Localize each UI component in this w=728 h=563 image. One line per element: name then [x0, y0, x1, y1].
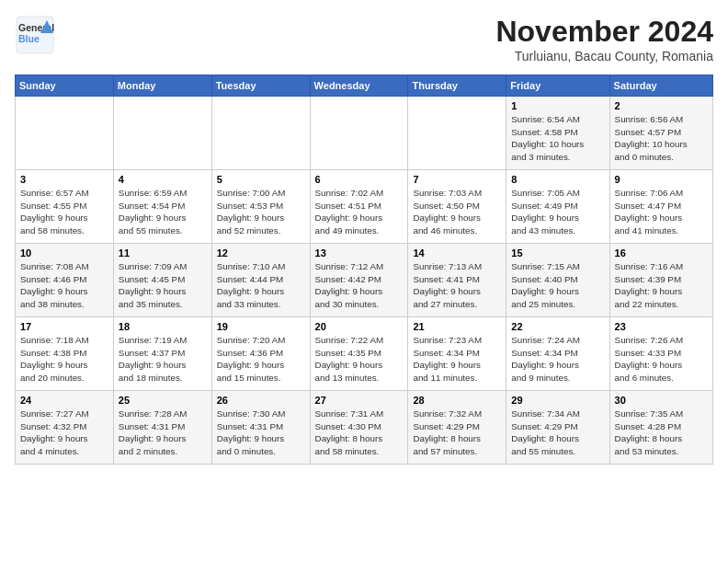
day-number: 28: [413, 395, 501, 406]
calendar-cell: 20Sunrise: 7:22 AM Sunset: 4:35 PM Dayli…: [310, 317, 408, 391]
day-number: 14: [413, 247, 501, 259]
day-number: 7: [413, 174, 501, 185]
calendar-cell: 22Sunrise: 7:24 AM Sunset: 4:34 PM Dayli…: [506, 317, 609, 391]
calendar-cell: 17Sunrise: 7:18 AM Sunset: 4:38 PM Dayli…: [16, 317, 114, 391]
day-number: 19: [217, 321, 305, 332]
day-info: Sunrise: 6:57 AM Sunset: 4:55 PM Dayligh…: [20, 187, 108, 237]
day-info: Sunrise: 7:30 AM Sunset: 4:31 PM Dayligh…: [217, 408, 305, 458]
week-row-3: 10Sunrise: 7:08 AM Sunset: 4:46 PM Dayli…: [16, 244, 713, 317]
calendar-cell: 28Sunrise: 7:32 AM Sunset: 4:29 PM Dayli…: [408, 391, 506, 465]
header-tuesday: Tuesday: [211, 75, 310, 97]
calendar-cell: 11Sunrise: 7:09 AM Sunset: 4:45 PM Dayli…: [113, 244, 211, 317]
calendar-table: SundayMondayTuesdayWednesdayThursdayFrid…: [15, 75, 713, 465]
calendar-cell: 10Sunrise: 7:08 AM Sunset: 4:46 PM Dayli…: [16, 244, 114, 317]
day-number: 15: [511, 247, 604, 259]
day-number: 17: [20, 321, 108, 332]
calendar-cell: 24Sunrise: 7:27 AM Sunset: 4:32 PM Dayli…: [16, 391, 114, 465]
day-number: 21: [413, 321, 501, 332]
day-info: Sunrise: 7:20 AM Sunset: 4:36 PM Dayligh…: [217, 334, 305, 385]
day-info: Sunrise: 7:24 AM Sunset: 4:34 PM Dayligh…: [511, 334, 604, 385]
day-number: 16: [615, 247, 708, 259]
calendar-cell: 29Sunrise: 7:34 AM Sunset: 4:29 PM Dayli…: [506, 391, 609, 465]
day-info: Sunrise: 7:15 AM Sunset: 4:40 PM Dayligh…: [511, 260, 604, 311]
header: General Blue November 2024 Turluianu, Ba…: [15, 15, 713, 63]
header-friday: Friday: [506, 75, 609, 97]
day-info: Sunrise: 7:34 AM Sunset: 4:29 PM Dayligh…: [511, 408, 604, 458]
day-number: 1: [511, 100, 604, 111]
day-info: Sunrise: 7:19 AM Sunset: 4:37 PM Dayligh…: [119, 334, 207, 385]
day-info: Sunrise: 7:00 AM Sunset: 4:53 PM Dayligh…: [217, 187, 305, 237]
calendar-cell: 14Sunrise: 7:13 AM Sunset: 4:41 PM Dayli…: [408, 244, 506, 317]
day-info: Sunrise: 7:31 AM Sunset: 4:30 PM Dayligh…: [315, 408, 404, 458]
calendar-cell: 27Sunrise: 7:31 AM Sunset: 4:30 PM Dayli…: [310, 391, 408, 465]
calendar-cell: [113, 97, 211, 170]
day-info: Sunrise: 7:06 AM Sunset: 4:47 PM Dayligh…: [615, 187, 708, 237]
day-info: Sunrise: 7:02 AM Sunset: 4:51 PM Dayligh…: [315, 187, 404, 237]
calendar-cell: 8Sunrise: 7:05 AM Sunset: 4:49 PM Daylig…: [506, 170, 609, 244]
calendar-cell: 2Sunrise: 6:56 AM Sunset: 4:57 PM Daylig…: [609, 97, 712, 170]
day-number: 2: [615, 100, 708, 111]
calendar-cell: 13Sunrise: 7:12 AM Sunset: 4:42 PM Dayli…: [310, 244, 408, 317]
day-info: Sunrise: 7:05 AM Sunset: 4:49 PM Dayligh…: [511, 187, 604, 237]
day-info: Sunrise: 7:12 AM Sunset: 4:42 PM Dayligh…: [315, 260, 404, 311]
day-number: 13: [315, 247, 404, 259]
day-info: Sunrise: 7:32 AM Sunset: 4:29 PM Dayligh…: [413, 408, 501, 458]
header-sunday: Sunday: [16, 75, 114, 97]
day-info: Sunrise: 7:28 AM Sunset: 4:31 PM Dayligh…: [119, 408, 207, 458]
day-number: 26: [217, 395, 305, 406]
calendar-cell: 4Sunrise: 6:59 AM Sunset: 4:54 PM Daylig…: [113, 170, 211, 244]
day-number: 30: [615, 395, 708, 406]
header-thursday: Thursday: [408, 75, 506, 97]
calendar-header-row: SundayMondayTuesdayWednesdayThursdayFrid…: [16, 75, 713, 97]
calendar-body: 1Sunrise: 6:54 AM Sunset: 4:58 PM Daylig…: [16, 97, 713, 465]
calendar-cell: 12Sunrise: 7:10 AM Sunset: 4:44 PM Dayli…: [211, 244, 310, 317]
title-area: November 2024 Turluianu, Bacau County, R…: [495, 15, 713, 63]
calendar-cell: 9Sunrise: 7:06 AM Sunset: 4:47 PM Daylig…: [609, 170, 712, 244]
day-number: 8: [511, 174, 604, 185]
day-number: 5: [217, 174, 305, 185]
week-row-5: 24Sunrise: 7:27 AM Sunset: 4:32 PM Dayli…: [16, 391, 713, 465]
day-number: 9: [615, 174, 708, 185]
day-info: Sunrise: 6:59 AM Sunset: 4:54 PM Dayligh…: [119, 187, 207, 237]
calendar-cell: [211, 97, 310, 170]
month-title: November 2024: [495, 15, 713, 49]
day-number: 18: [119, 321, 207, 332]
day-number: 11: [119, 247, 207, 259]
calendar-cell: 26Sunrise: 7:30 AM Sunset: 4:31 PM Dayli…: [211, 391, 310, 465]
calendar-cell: 15Sunrise: 7:15 AM Sunset: 4:40 PM Dayli…: [506, 244, 609, 317]
day-info: Sunrise: 7:27 AM Sunset: 4:32 PM Dayligh…: [20, 408, 108, 458]
svg-text:Blue: Blue: [18, 33, 40, 44]
day-info: Sunrise: 7:16 AM Sunset: 4:39 PM Dayligh…: [615, 260, 708, 311]
calendar-cell: 1Sunrise: 6:54 AM Sunset: 4:58 PM Daylig…: [506, 97, 609, 170]
week-row-2: 3Sunrise: 6:57 AM Sunset: 4:55 PM Daylig…: [16, 170, 713, 244]
header-monday: Monday: [113, 75, 211, 97]
week-row-4: 17Sunrise: 7:18 AM Sunset: 4:38 PM Dayli…: [16, 317, 713, 391]
calendar-cell: [408, 97, 506, 170]
day-info: Sunrise: 7:26 AM Sunset: 4:33 PM Dayligh…: [615, 334, 708, 385]
logo-svg: General Blue: [15, 15, 55, 55]
calendar-cell: 7Sunrise: 7:03 AM Sunset: 4:50 PM Daylig…: [408, 170, 506, 244]
day-number: 20: [315, 321, 404, 332]
header-wednesday: Wednesday: [310, 75, 408, 97]
week-row-1: 1Sunrise: 6:54 AM Sunset: 4:58 PM Daylig…: [16, 97, 713, 170]
day-number: 25: [119, 395, 207, 406]
day-number: 4: [119, 174, 207, 185]
day-number: 27: [315, 395, 404, 406]
calendar-cell: [310, 97, 408, 170]
day-info: Sunrise: 7:10 AM Sunset: 4:44 PM Dayligh…: [217, 260, 305, 311]
calendar-cell: [16, 97, 114, 170]
day-number: 24: [20, 395, 108, 406]
day-info: Sunrise: 7:35 AM Sunset: 4:28 PM Dayligh…: [615, 408, 708, 458]
day-info: Sunrise: 7:22 AM Sunset: 4:35 PM Dayligh…: [315, 334, 404, 385]
day-number: 6: [315, 174, 404, 185]
calendar-cell: 30Sunrise: 7:35 AM Sunset: 4:28 PM Dayli…: [609, 391, 712, 465]
calendar-cell: 25Sunrise: 7:28 AM Sunset: 4:31 PM Dayli…: [113, 391, 211, 465]
calendar-cell: 21Sunrise: 7:23 AM Sunset: 4:34 PM Dayli…: [408, 317, 506, 391]
calendar-cell: 18Sunrise: 7:19 AM Sunset: 4:37 PM Dayli…: [113, 317, 211, 391]
day-info: Sunrise: 6:54 AM Sunset: 4:58 PM Dayligh…: [511, 113, 604, 164]
logo: General Blue: [15, 15, 55, 55]
calendar-cell: 19Sunrise: 7:20 AM Sunset: 4:36 PM Dayli…: [211, 317, 310, 391]
day-number: 23: [615, 321, 708, 332]
day-info: Sunrise: 7:13 AM Sunset: 4:41 PM Dayligh…: [413, 260, 501, 311]
calendar-cell: 3Sunrise: 6:57 AM Sunset: 4:55 PM Daylig…: [16, 170, 114, 244]
